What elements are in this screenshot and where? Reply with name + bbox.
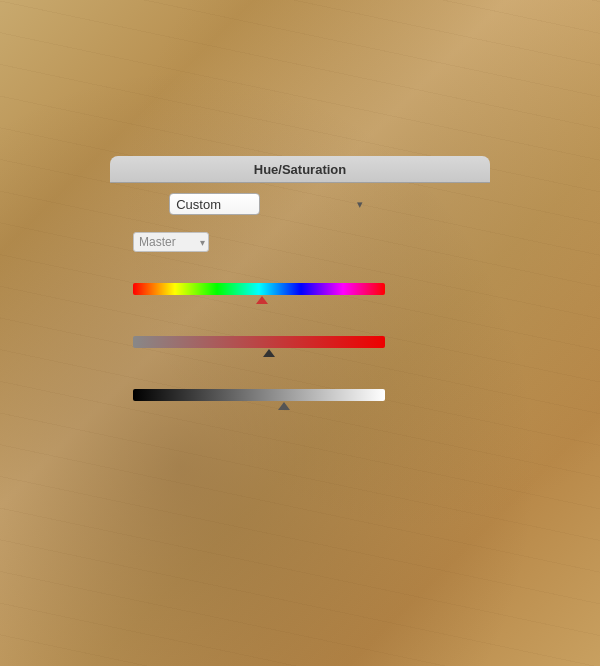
hue-thumb-row bbox=[133, 295, 385, 305]
saturation-thumb[interactable] bbox=[263, 349, 275, 357]
preset-select[interactable]: Custom Default Cyanotype Sepia Old Style bbox=[169, 193, 260, 215]
lightness-thumb[interactable] bbox=[278, 402, 290, 410]
background-image bbox=[0, 0, 600, 666]
lightness-track[interactable] bbox=[133, 389, 385, 401]
lightness-thumb-row bbox=[133, 401, 385, 411]
hue-thumb[interactable] bbox=[256, 296, 268, 304]
channel-select[interactable]: Master Reds Yellows Greens Cyans Blues M… bbox=[133, 232, 209, 252]
preset-select-wrapper: Custom Default Cyanotype Sepia Old Style bbox=[169, 193, 368, 215]
dialog-title-bar: Hue/Saturation bbox=[110, 156, 490, 183]
channel-select-wrapper: Master Reds Yellows Greens Cyans Blues M… bbox=[133, 232, 209, 252]
saturation-track[interactable] bbox=[133, 336, 385, 348]
hue-track[interactable] bbox=[133, 283, 385, 295]
dialog-title: Hue/Saturation bbox=[254, 162, 346, 177]
saturation-thumb-row bbox=[133, 348, 385, 358]
